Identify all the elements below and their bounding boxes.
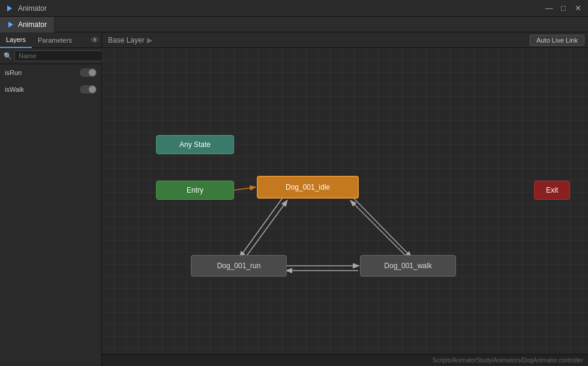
toggle-knob-2 [89, 86, 96, 93]
tab-parameters[interactable]: Parameters [32, 32, 78, 48]
svg-line-5 [234, 187, 255, 190]
breadcrumb-base-layer[interactable]: Base Layer [108, 36, 145, 44]
maximize-button[interactable]: □ [558, 3, 569, 14]
svg-line-6 [240, 199, 282, 257]
node-idle[interactable]: Dog_001_idle [257, 176, 359, 199]
animator-icon [5, 4, 14, 13]
file-path: Scripts/AnimatorStudy/Animators/DogAnima… [433, 357, 583, 364]
svg-line-8 [354, 199, 411, 257]
param-isRun-toggle[interactable] [80, 68, 97, 77]
node-exit[interactable]: Exit [534, 181, 570, 200]
svg-marker-1 [8, 22, 13, 28]
param-isWalk-toggle[interactable] [80, 85, 97, 94]
breadcrumb-separator: ▶ [147, 36, 152, 44]
tab-layers[interactable]: Layers [0, 32, 32, 48]
node-walk[interactable]: Dog_001_walk [360, 255, 456, 277]
sub-toolbar: Layers Parameters 👁 Dog_001_run Base Lay… [0, 32, 588, 48]
breadcrumb: Dog_001_run Base Layer ▶ [102, 36, 530, 44]
auto-live-link-button[interactable]: Auto Live Link [530, 35, 584, 46]
sidebar: 🔍 + ▾ isRun isWalk [0, 48, 102, 366]
search-icon: 🔍 [4, 52, 12, 60]
title-bar: Animator — □ ✕ [0, 0, 588, 17]
param-isRun[interactable]: isRun [0, 64, 101, 81]
sidebar-tab-area: Layers Parameters 👁 [0, 32, 102, 47]
toggle-knob [89, 69, 96, 76]
svg-line-9 [351, 201, 405, 255]
tab-animator-icon [7, 21, 14, 28]
window-title: Animator [18, 4, 544, 13]
main-content: 🔍 + ▾ isRun isWalk [0, 48, 588, 366]
param-isWalk[interactable]: isWalk [0, 81, 101, 98]
svg-marker-0 [7, 5, 12, 11]
node-run[interactable]: Dog_001_run [191, 255, 287, 277]
node-any-state[interactable]: Any State [156, 135, 234, 154]
status-bar: Scripts/AnimatorStudy/Animators/DogAnima… [102, 354, 588, 366]
minimize-button[interactable]: — [544, 3, 554, 14]
param-isWalk-label: isWalk [5, 86, 80, 93]
param-isRun-label: isRun [5, 69, 80, 76]
arrows-svg [102, 48, 588, 366]
canvas-area[interactable]: Any State Entry Dog_001_idle Dog_001_run… [102, 48, 588, 366]
close-button[interactable]: ✕ [572, 3, 583, 14]
eye-icon[interactable]: 👁 [91, 35, 99, 45]
tab-bar: Animator [0, 17, 588, 32]
search-input[interactable] [14, 50, 106, 61]
node-entry[interactable]: Entry [156, 181, 234, 200]
tab-animator[interactable]: Animator [0, 17, 55, 32]
search-bar: 🔍 + ▾ [0, 48, 101, 64]
svg-line-7 [247, 201, 287, 255]
window-controls: — □ ✕ [544, 3, 583, 14]
